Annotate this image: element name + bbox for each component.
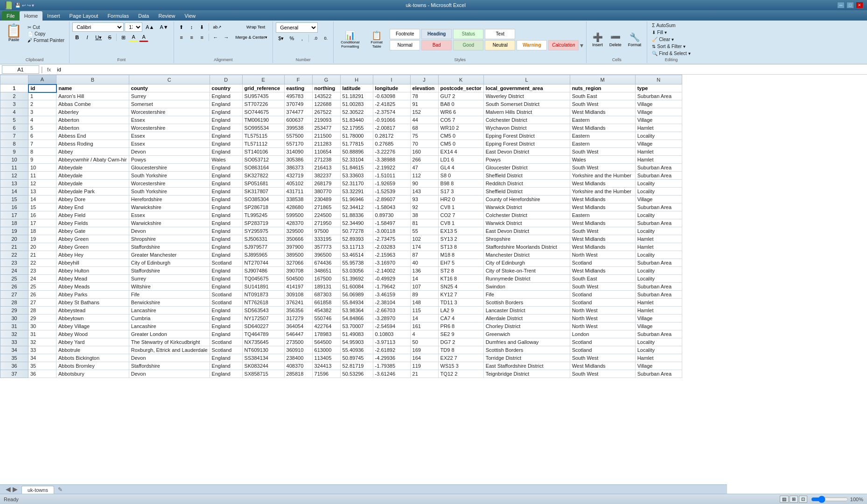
cell-22-13[interactable]: Locality (635, 251, 682, 259)
cell-33-2[interactable]: The Stewartry of Kirkcudbright (129, 338, 210, 346)
bold-button[interactable]: B (72, 33, 82, 42)
cell-37-12[interactable]: South West (570, 370, 635, 378)
cell-29-9[interactable]: 115 (410, 307, 438, 315)
increase-indent-button[interactable]: → (222, 33, 231, 42)
row-header-25[interactable]: 25 (0, 275, 28, 283)
cell-27-2[interactable]: Fife (129, 291, 210, 299)
cell-12-8[interactable]: -1.51011 (373, 172, 410, 180)
cell-30-13[interactable]: Village (635, 315, 682, 322)
cell-26-4[interactable]: SU141891 (242, 283, 284, 291)
cell-33-3[interactable]: Scotland (210, 338, 242, 346)
cell-18-1[interactable]: Abbey Fields (56, 219, 129, 227)
cell-21-0[interactable]: 20 (28, 243, 56, 251)
cell-37-0[interactable]: 36 (28, 370, 56, 378)
cell-17-5[interactable]: 599500 (284, 211, 312, 219)
cell-11-7[interactable]: 51.84615 (340, 164, 373, 172)
row-header-23[interactable]: 23 (0, 259, 28, 267)
center-align-button[interactable]: ≡ (187, 33, 196, 42)
cell-24-9[interactable]: 136 (410, 267, 438, 275)
cell-28-2[interactable]: Berwickshire (129, 299, 210, 307)
cell-28-0[interactable]: 27 (28, 299, 56, 307)
cell-2-4[interactable]: SU957435 (242, 92, 284, 100)
cell-17-10[interactable]: CO2 7 (438, 211, 483, 219)
cell-17-2[interactable]: Essex (129, 211, 210, 219)
cell-32-6[interactable]: 178983 (312, 330, 340, 338)
cell-32-11[interactable]: Greenwich (483, 330, 570, 338)
row-header-16[interactable]: 16 (0, 203, 28, 211)
cell-16-13[interactable]: Suburban Area (635, 203, 682, 211)
cell-21-11[interactable]: Staffordshire Moorlands District (483, 243, 570, 251)
cell-34-13[interactable]: Locality (635, 346, 682, 354)
cell-33-13[interactable]: Locality (635, 338, 682, 346)
sheet-tab-uk-towns[interactable]: uk-towns (21, 486, 54, 494)
cell-26-12[interactable]: South West (570, 283, 635, 291)
cell-18-9[interactable]: 81 (410, 219, 438, 227)
styles-scroll-button[interactable]: ▾ (580, 42, 583, 49)
cell-28-9[interactable]: 148 (410, 299, 438, 307)
cell-31-13[interactable]: Village (635, 322, 682, 330)
cell-2-8[interactable]: -0.63098 (373, 92, 410, 100)
row-header-10[interactable]: 10 (0, 156, 28, 164)
cell-18-5[interactable]: 428370 (284, 219, 312, 227)
cell-23-6[interactable]: 674436 (312, 259, 340, 267)
cell-14-5[interactable]: 431711 (284, 188, 312, 196)
currency-button[interactable]: $▾ (276, 34, 286, 43)
cell-24-7[interactable]: 53.03056 (340, 267, 373, 275)
page-layout-view-button[interactable]: ⊞ (790, 496, 798, 497)
cell-29-8[interactable]: -2.66703 (373, 307, 410, 315)
tab-view[interactable]: View (180, 11, 201, 21)
row-header-20[interactable]: 20 (0, 235, 28, 243)
cell-4-6[interactable]: 267522 (312, 108, 340, 116)
cell-11-9[interactable]: 47 (410, 164, 438, 172)
cell-32-12[interactable]: London (570, 330, 635, 338)
cell-21-7[interactable]: 53.11713 (340, 243, 373, 251)
strikethrough-button[interactable]: S (105, 33, 114, 42)
cell-9-1[interactable]: Abbey (56, 148, 129, 156)
cell-11-11[interactable]: Gloucester District (483, 164, 570, 172)
cell-l1[interactable]: local_government_area (483, 84, 570, 92)
cell-26-5[interactable]: 414197 (284, 283, 312, 291)
cell-34-9[interactable]: 169 (410, 346, 438, 354)
cell-20-7[interactable]: 52.89393 (340, 235, 373, 243)
cell-8-8[interactable]: 0.27685 (373, 140, 410, 148)
cell-13-1[interactable]: Abbeydale (56, 180, 129, 188)
cell-10-13[interactable]: Hamlet (635, 156, 682, 164)
cell-31-9[interactable]: 161 (410, 322, 438, 330)
cell-22-4[interactable]: SJ895965 (242, 251, 284, 259)
cell-23-7[interactable]: 55.95738 (340, 259, 373, 267)
delete-button[interactable]: ➖ Delete (607, 31, 624, 48)
cell-3-9[interactable]: 91 (410, 100, 438, 108)
cell-19-11[interactable]: East Devon District (483, 227, 570, 235)
cell-5-11[interactable]: Colchester District (483, 116, 570, 124)
tab-review[interactable]: Review (154, 11, 180, 21)
cell-36-5[interactable]: 408370 (284, 362, 312, 370)
cell-21-4[interactable]: SJ979577 (242, 243, 284, 251)
cell-30-6[interactable]: 550746 (312, 315, 340, 322)
cell-14-8[interactable]: -1.52539 (373, 188, 410, 196)
cell-29-11[interactable]: Lancaster District (483, 307, 570, 315)
find-select-button[interactable]: 🔍 Find & Select ▾ (650, 50, 692, 56)
clear-button[interactable]: 🧹 Clear ▾ (650, 36, 676, 42)
row-header-36[interactable]: 36 (0, 362, 28, 370)
cell-6-9[interactable]: 68 (410, 124, 438, 132)
cell-16-0[interactable]: 15 (28, 203, 56, 211)
cell-11-4[interactable]: SO863164 (242, 164, 284, 172)
cut-button[interactable]: ✂ Cut (26, 24, 66, 30)
cell-11-13[interactable]: Suburban Area (635, 164, 682, 172)
cell-16-11[interactable]: Warwick District (483, 203, 570, 211)
cell-2-2[interactable]: Surrey (129, 92, 210, 100)
cell-17-8[interactable]: 0.89730 (373, 211, 410, 219)
cell-25-9[interactable]: 14 (410, 275, 438, 283)
cell-26-13[interactable]: Suburban Area (635, 283, 682, 291)
cell-29-2[interactable]: Lancashire (129, 307, 210, 315)
cell-22-6[interactable]: 396500 (312, 251, 340, 259)
cell-g1[interactable]: northing (312, 84, 340, 92)
calculation-style-button[interactable]: Calculation (548, 40, 579, 50)
cell-5-5[interactable]: 600637 (284, 116, 312, 124)
cell-23-2[interactable]: City of Edinburgh (129, 259, 210, 267)
cell-24-3[interactable]: England (210, 267, 242, 275)
cell-3-0[interactable]: 2 (28, 100, 56, 108)
cell-11-6[interactable]: 216413 (312, 164, 340, 172)
cell-10-8[interactable]: -3.38988 (373, 156, 410, 164)
cell-13-2[interactable]: Worcestershire (129, 180, 210, 188)
